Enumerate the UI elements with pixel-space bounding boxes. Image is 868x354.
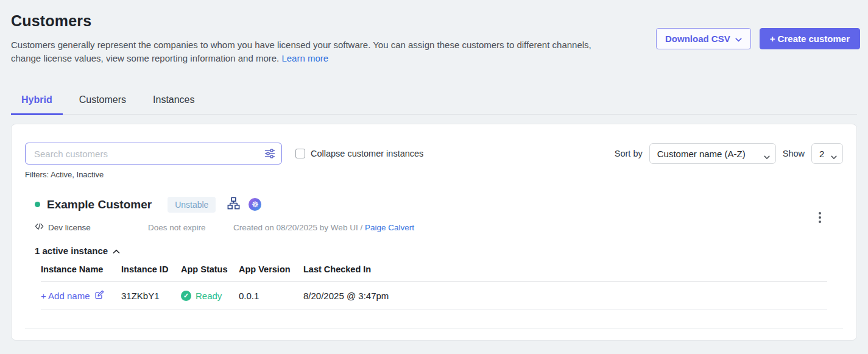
customer-header-row: Example Customer Unstable ☸ — [35, 196, 843, 213]
collapse-instances-control: Collapse customer instances — [295, 149, 423, 158]
sort-select-wrap: Customer name (A-Z) — [649, 143, 776, 164]
page-title: Customers — [11, 12, 857, 30]
toolbar: Collapse customer instances Sort by Cust… — [25, 143, 843, 165]
tab-customers[interactable]: Customers — [69, 91, 136, 114]
license-expiry: Does not expire — [148, 223, 233, 232]
check-circle-icon: ✓ — [181, 291, 191, 301]
col-header-instance-id: Instance ID — [121, 264, 181, 274]
last-checked-in-cell: 8/20/2025 @ 3:47pm — [303, 291, 827, 301]
tab-bar: Hybrid Customers Instances — [11, 91, 857, 115]
show-label: Show — [783, 149, 805, 158]
col-header-app-status: App Status — [181, 264, 239, 274]
status-ready: ✓ Ready — [181, 291, 239, 301]
search-wrap — [25, 143, 282, 165]
app-version-cell: 0.0.1 — [239, 291, 303, 301]
channel-badge: Unstable — [168, 197, 216, 213]
created-by-user-link[interactable]: Paige Calvert — [365, 223, 414, 232]
header-actions: Download CSV + Create customer — [656, 28, 860, 49]
filter-sliders-icon[interactable] — [264, 147, 276, 162]
instances-summary: 1 active instance — [35, 246, 108, 256]
download-csv-button[interactable]: Download CSV — [656, 28, 751, 49]
customer-actions-kebab-icon[interactable] — [816, 210, 824, 225]
instance-row: + Add name 31ZKbY1 ✓ Ready — [41, 282, 827, 310]
sort-by-label: Sort by — [615, 149, 643, 158]
sort-select[interactable]: Customer name (A-Z) — [649, 143, 776, 164]
code-icon — [35, 222, 44, 233]
license-type: Dev license — [35, 222, 148, 233]
app-status-cell: ✓ Ready — [181, 291, 239, 301]
instances-table: Instance Name Instance ID App Status App… — [41, 264, 827, 310]
license-type-label: Dev license — [48, 223, 91, 232]
customer-type-icons: ☸ — [227, 196, 261, 213]
tab-instances[interactable]: Instances — [143, 91, 205, 114]
kubernetes-icon: ☸ — [249, 198, 261, 211]
add-name-label: + Add name — [41, 291, 90, 301]
add-name-button[interactable]: + Add name — [41, 289, 121, 302]
instances-toggle[interactable]: 1 active instance — [35, 246, 843, 256]
customers-card: Collapse customer instances Sort by Cust… — [11, 124, 857, 341]
status-label: Ready — [196, 291, 222, 301]
learn-more-link[interactable]: Learn more — [281, 53, 328, 63]
page-header: Customers Customers generally represent … — [0, 0, 868, 65]
collapse-instances-checkbox[interactable] — [295, 149, 305, 158]
collapse-instances-label[interactable]: Collapse customer instances — [311, 149, 423, 158]
active-filters-text: Filters: Active, Inactive — [25, 170, 843, 179]
show-select[interactable]: 20 — [811, 143, 843, 164]
created-by-text: Created on 08/20/2025 by Web UI / Paige … — [233, 223, 414, 232]
show-select-wrap: 20 — [811, 143, 843, 164]
license-row: Dev license Does not expire Created on 0… — [35, 222, 843, 233]
customer-block-divider — [25, 328, 843, 328]
chevron-up-icon — [113, 246, 120, 256]
create-customer-button[interactable]: + Create customer — [760, 28, 860, 49]
col-header-instance-name: Instance Name — [41, 264, 121, 274]
chevron-down-icon — [735, 34, 742, 44]
instance-id-cell: 31ZKbY1 — [121, 291, 181, 301]
customer-block: Example Customer Unstable ☸ — [25, 196, 843, 310]
customer-name[interactable]: Example Customer — [47, 198, 152, 211]
sitemap-icon — [227, 196, 241, 213]
page-description: Customers generally represent the compan… — [11, 38, 596, 65]
download-csv-label: Download CSV — [665, 34, 730, 44]
tab-hybrid[interactable]: Hybrid — [11, 91, 63, 115]
search-input[interactable] — [25, 143, 282, 165]
toolbar-right: Sort by Customer name (A-Z) Show 20 — [615, 143, 843, 164]
instances-table-header: Instance Name Instance ID App Status App… — [41, 264, 827, 282]
col-header-last-checked-in: Last Checked In — [303, 264, 827, 274]
active-status-dot-icon — [35, 202, 40, 207]
instance-name-cell: + Add name — [41, 289, 121, 302]
edit-icon — [94, 289, 105, 302]
col-header-app-version: App Version — [239, 264, 303, 274]
